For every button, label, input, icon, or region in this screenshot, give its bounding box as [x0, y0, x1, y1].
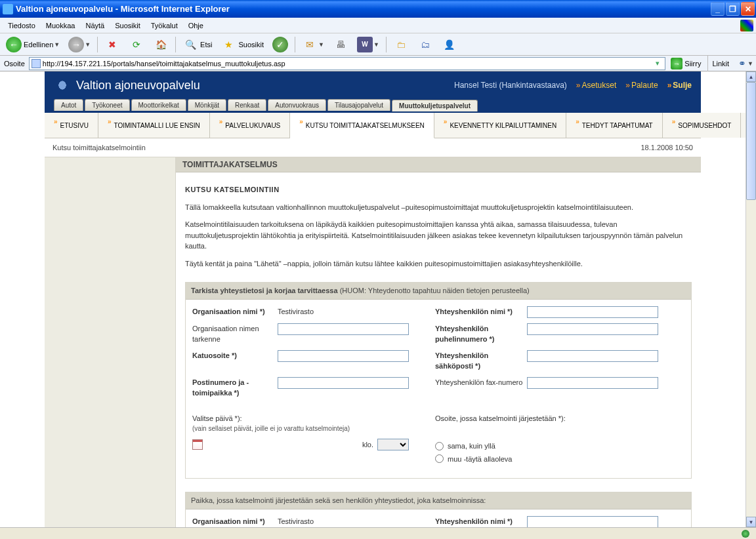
folder-button[interactable]: 🗀	[390, 35, 412, 54]
menu-edit[interactable]: Muokkaa	[41, 20, 81, 31]
forward-button[interactable]: →▼	[65, 35, 94, 54]
windows-flag-icon	[740, 20, 753, 31]
toolbar: ←Edellinen▼ →▼ ✖ ⟳ 🏠 🔍Etsi ★Suosikit ✓ ✉…	[0, 33, 756, 56]
menubar: Tiedosto Muokkaa Näytä Suosikit Työkalut…	[0, 18, 756, 33]
search-button[interactable]: 🔍Etsi	[179, 35, 215, 54]
menu-file[interactable]: Tiedosto	[3, 20, 41, 31]
menu-help[interactable]: Ohje	[183, 20, 209, 31]
go-label: Siirry	[684, 60, 701, 68]
address-label: Osoite	[3, 60, 26, 68]
refresh-button[interactable]: ⟳	[125, 35, 148, 54]
separator	[295, 37, 295, 52]
back-label: Edellinen	[24, 41, 53, 49]
separator	[175, 37, 176, 52]
window-titlebar: Valtion ajoneuvopalvelu - Microsoft Inte…	[0, 0, 756, 18]
close-button[interactable]: ✕	[741, 2, 755, 16]
address-dropdown-icon[interactable]: ▾	[652, 59, 663, 68]
menu-tools[interactable]: Työkalut	[146, 20, 183, 31]
search-label: Etsi	[200, 41, 212, 49]
back-button[interactable]: ←Edellinen▼	[3, 35, 63, 54]
menu-view[interactable]: Näytä	[80, 20, 110, 31]
edit-button[interactable]: W▼	[354, 35, 383, 54]
links-label[interactable]: Linkit	[712, 60, 729, 68]
print-button[interactable]: 🖶	[329, 35, 352, 54]
partner-icon[interactable]: ⚭	[738, 58, 746, 69]
menu-favorites[interactable]: Suosikit	[110, 20, 146, 31]
window-title: Valtion ajoneuvopalvelu - Microsoft Inte…	[16, 4, 711, 14]
separator	[97, 37, 98, 52]
go-button[interactable]: →Siirry	[668, 58, 704, 70]
address-field-container: ▾	[29, 57, 666, 70]
address-bar: Osoite ▾ →Siirry Linkit ⚭▼	[0, 56, 756, 71]
favorites-label: Suosikit	[238, 41, 264, 49]
app-icon	[3, 4, 13, 14]
minimize-button[interactable]: _	[711, 2, 724, 16]
separator	[707, 56, 708, 71]
maximize-button[interactable]: ❐	[726, 2, 740, 16]
messenger-button[interactable]: 👤	[438, 35, 461, 54]
home-button[interactable]: 🏠	[150, 35, 172, 54]
stop-button[interactable]: ✖	[101, 35, 123, 54]
address-input[interactable]	[43, 60, 651, 68]
favorites-button[interactable]: ★Suosikit	[217, 35, 267, 54]
mail-button[interactable]: ✉▼	[299, 35, 327, 54]
history-button[interactable]: ✓	[269, 35, 291, 54]
folders-button[interactable]: 🗂	[414, 35, 436, 54]
separator	[386, 37, 387, 52]
page-icon	[32, 59, 41, 68]
